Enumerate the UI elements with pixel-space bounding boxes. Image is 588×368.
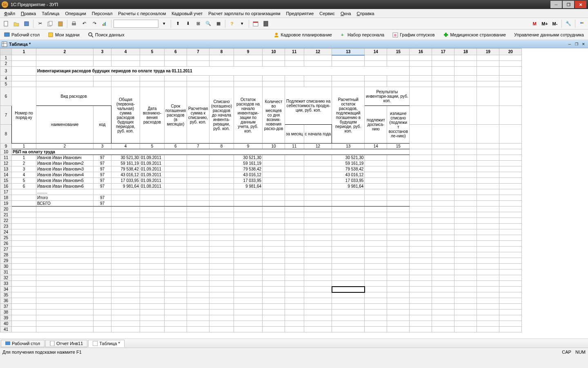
cell[interactable]	[12, 235, 36, 241]
cell[interactable]	[285, 229, 304, 235]
cell[interactable]	[111, 212, 140, 218]
cell[interactable]	[234, 269, 263, 275]
row-header[interactable]: 28	[0, 252, 12, 258]
cell[interactable]: 11	[285, 144, 304, 149]
cell[interactable]	[234, 264, 263, 269]
cell[interactable]	[499, 235, 522, 241]
cell[interactable]	[477, 61, 499, 67]
cell[interactable]	[285, 201, 304, 206]
menu-enterprise[interactable]: Предприятие	[284, 10, 316, 17]
cell[interactable]	[454, 304, 477, 310]
cell[interactable]	[477, 178, 499, 184]
cell[interactable]	[111, 321, 140, 327]
cell[interactable]	[477, 166, 499, 172]
cell[interactable]	[332, 195, 365, 201]
cell[interactable]	[332, 258, 365, 264]
cell[interactable]: 1	[12, 144, 36, 149]
cell[interactable]: 17 033,95	[234, 178, 263, 184]
row-header[interactable]: 19	[0, 201, 12, 206]
cell[interactable]	[477, 252, 499, 258]
cell[interactable]	[187, 235, 209, 241]
cell[interactable]	[454, 206, 477, 212]
cell[interactable]	[499, 275, 522, 281]
cell[interactable]	[36, 212, 94, 218]
cell[interactable]	[12, 321, 36, 327]
cell[interactable]	[165, 258, 187, 264]
cell[interactable]	[499, 327, 522, 332]
cell[interactable]	[454, 201, 477, 206]
cell[interactable]	[285, 206, 304, 212]
cell[interactable]	[304, 327, 332, 332]
cell[interactable]	[209, 55, 234, 61]
cell[interactable]	[499, 269, 522, 275]
cell[interactable]	[263, 287, 285, 292]
cell[interactable]	[410, 281, 432, 287]
cell[interactable]	[36, 235, 94, 241]
cell[interactable]	[140, 281, 165, 287]
cell[interactable]	[140, 206, 165, 212]
cell[interactable]	[304, 275, 332, 281]
cell[interactable]	[234, 55, 263, 61]
cell[interactable]	[332, 275, 365, 281]
cell[interactable]	[454, 275, 477, 281]
cell[interactable]	[209, 258, 234, 264]
cell[interactable]	[140, 292, 165, 298]
cell[interactable]	[477, 229, 499, 235]
col-header[interactable]: 3	[94, 49, 111, 55]
cell[interactable]	[94, 229, 111, 235]
cell[interactable]	[410, 166, 432, 172]
cell[interactable]	[263, 229, 285, 235]
undo-icon[interactable]: ↶	[80, 19, 89, 28]
cell[interactable]	[12, 201, 36, 206]
cell[interactable]: 6	[12, 184, 36, 189]
cell[interactable]	[285, 178, 304, 184]
new-doc-icon[interactable]	[2, 19, 11, 28]
cell[interactable]	[410, 81, 432, 87]
cell[interactable]: Инвентаризация расходов будущих периодов…	[36, 67, 410, 76]
row-header[interactable]: 40	[0, 321, 12, 327]
cell[interactable]	[477, 189, 499, 195]
cell[interactable]	[36, 315, 94, 321]
cell[interactable]	[432, 287, 454, 292]
cell[interactable]: Итого	[36, 195, 94, 201]
cell[interactable]	[477, 201, 499, 206]
cell[interactable]	[432, 144, 454, 149]
cell[interactable]	[263, 235, 285, 241]
cell[interactable]	[285, 218, 304, 224]
cell[interactable]	[477, 149, 499, 155]
cell[interactable]	[209, 61, 234, 67]
cell[interactable]	[234, 252, 263, 258]
cell[interactable]	[285, 155, 304, 161]
row-header[interactable]: 41	[0, 327, 12, 332]
cell[interactable]	[365, 287, 387, 292]
cell[interactable]	[140, 218, 165, 224]
cell[interactable]: .........	[36, 189, 94, 195]
cell[interactable]	[365, 206, 387, 212]
cell[interactable]	[12, 264, 36, 269]
cell[interactable]	[432, 161, 454, 166]
cell[interactable]	[454, 287, 477, 292]
cell[interactable]	[332, 55, 365, 61]
cell[interactable]	[187, 292, 209, 298]
cell[interactable]	[111, 61, 140, 67]
cell[interactable]	[454, 172, 477, 178]
cell[interactable]	[432, 218, 454, 224]
cell[interactable]	[499, 264, 522, 269]
cell[interactable]	[477, 161, 499, 166]
cell[interactable]	[454, 195, 477, 201]
cell[interactable]	[410, 252, 432, 258]
cell[interactable]	[454, 189, 477, 195]
row-header[interactable]: 31	[0, 269, 12, 275]
cell[interactable]	[285, 292, 304, 298]
cell[interactable]	[387, 281, 410, 287]
cell[interactable]	[477, 292, 499, 298]
cell[interactable]	[387, 81, 410, 87]
cell[interactable]	[410, 287, 432, 292]
cell[interactable]	[410, 292, 432, 298]
cell[interactable]	[477, 327, 499, 332]
cell[interactable]: 01.09.2011	[140, 166, 165, 172]
cell[interactable]	[285, 161, 304, 166]
cell[interactable]: Иванов Иван Иванович5	[36, 178, 94, 184]
cell[interactable]	[332, 235, 365, 241]
cell[interactable]: 4	[111, 144, 140, 149]
